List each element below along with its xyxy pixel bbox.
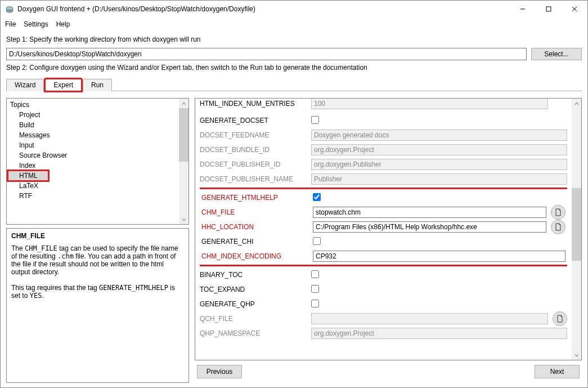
file-icon [555, 223, 562, 231]
tab-run[interactable]: Run [83, 79, 112, 91]
options-panel: HTML_INDEX_NUM_ENTRIES GENERATE_DOCSET D… [195, 98, 582, 360]
field-chm-index-encoding[interactable] [313, 251, 565, 262]
app-icon [5, 5, 14, 14]
step1-row: Select... [6, 48, 582, 60]
topic-build[interactable]: Build [8, 120, 178, 130]
row-docset-publisher-id: DOCSET_PUBLISHER_ID [200, 157, 567, 172]
file-icon [555, 208, 562, 216]
help-paragraph-1: The CHM_FILE tag can be used to specify … [11, 244, 184, 276]
checkbox-generate-chi[interactable] [313, 237, 321, 245]
highlighted-group: GENERATE_HTMLHELP CHM_FILE [200, 188, 567, 266]
checkbox-binary-toc[interactable] [311, 270, 319, 278]
checkbox-generate-qhp[interactable] [311, 300, 319, 307]
client-area: Step 1: Specify the working directory fr… [1, 31, 587, 387]
tab-strip: Wizard Expert Run [6, 78, 582, 91]
help-paragraph-2: This tag requires that the tag GENERATE_… [11, 284, 184, 300]
scroll-thumb[interactable] [179, 108, 188, 162]
field-qhp-namespace[interactable] [311, 328, 567, 339]
help-title: CHM_FILE [11, 232, 184, 240]
minimize-button[interactable] [510, 1, 536, 17]
topic-input[interactable]: Input [8, 140, 178, 150]
menu-help[interactable]: Help [56, 20, 70, 28]
checkbox-generate-htmlhelp[interactable] [313, 193, 321, 201]
step2-label: Step 2: Configure doxygen using the Wiza… [6, 64, 582, 72]
row-hhc-location: HHC_LOCATION [201, 220, 565, 234]
expert-tab-body: Topics Project Build Messages Input Sour… [6, 95, 582, 383]
row-docset-publisher-name: DOCSET_PUBLISHER_NAME [200, 172, 567, 186]
right-column: HTML_INDEX_NUM_ENTRIES GENERATE_DOCSET D… [195, 98, 582, 383]
tab-expert[interactable]: Expert [45, 79, 82, 91]
row-qhp-namespace: QHP_NAMESPACE [200, 326, 567, 341]
menu-settings[interactable]: Settings [24, 20, 48, 28]
close-button[interactable] [562, 1, 587, 17]
field-docset-publisher-id[interactable] [311, 159, 567, 170]
topic-messages[interactable]: Messages [8, 130, 178, 140]
help-panel: CHM_FILE The CHM_FILE tag can be used to… [6, 228, 189, 383]
topics-header: Topics [8, 100, 178, 110]
row-chm-index-encoding: CHM_INDEX_ENCODING [201, 249, 565, 264]
left-column: Topics Project Build Messages Input Sour… [6, 98, 189, 383]
step1-label: Step 1: Specify the working directory fr… [6, 35, 582, 43]
browse-chm-file-button[interactable] [551, 205, 565, 220]
field-chm-file[interactable] [313, 207, 546, 218]
field-docset-publisher-name[interactable] [311, 173, 567, 185]
options-scrollbar[interactable] [572, 99, 581, 360]
browse-hhc-button[interactable] [551, 220, 565, 234]
topic-index[interactable]: Index [8, 160, 178, 171]
row-docset-bundle-id: DOCSET_BUNDLE_ID [200, 142, 567, 157]
row-generate-docset: GENERATE_DOCSET [200, 113, 567, 128]
nav-row: Previous Next [195, 360, 582, 383]
checkbox-toc-expand[interactable] [311, 285, 319, 293]
file-icon [556, 315, 563, 323]
scroll-up-icon[interactable] [572, 99, 581, 108]
checkbox-generate-docset[interactable] [311, 116, 319, 124]
scroll-down-icon[interactable] [179, 215, 188, 224]
window-title: Doxygen GUI frontend + (D:/Users/kinos/D… [17, 5, 510, 13]
topic-rtf[interactable]: RTF [8, 191, 178, 201]
working-dir-input[interactable] [6, 48, 527, 60]
field-docset-feedname[interactable] [311, 130, 567, 141]
tab-wizard[interactable]: Wizard [6, 79, 44, 91]
row-generate-htmlhelp: GENERATE_HTMLHELP [201, 190, 565, 205]
scroll-thumb[interactable] [572, 188, 581, 261]
next-button[interactable]: Next [535, 365, 580, 378]
topic-project[interactable]: Project [8, 110, 178, 120]
field-qch-file[interactable] [311, 313, 548, 324]
field-docset-bundle-id[interactable] [311, 144, 567, 155]
svg-point-1 [6, 7, 13, 10]
row-generate-chi: GENERATE_CHI [201, 234, 565, 249]
row-toc-expand: TOC_EXPAND [200, 282, 567, 297]
maximize-button[interactable] [536, 1, 562, 17]
row-qch-file: QCH_FILE [200, 311, 567, 326]
select-dir-button[interactable]: Select... [531, 48, 582, 60]
row-generate-qhp: GENERATE_QHP [200, 297, 567, 311]
previous-button[interactable]: Previous [197, 365, 242, 378]
browse-qch-file-button[interactable] [553, 311, 567, 326]
scroll-down-icon[interactable] [572, 350, 581, 360]
menu-file[interactable]: File [5, 20, 16, 28]
titlebar: Doxygen GUI frontend + (D:/Users/kinos/D… [1, 1, 587, 17]
row-docset-feedname: DOCSET_FEEDNAME [200, 128, 567, 142]
row-chm-file: CHM_FILE [201, 205, 565, 220]
app-window: Doxygen GUI frontend + (D:/Users/kinos/D… [0, 0, 588, 388]
row-html-index-num: HTML_INDEX_NUM_ENTRIES [200, 99, 567, 111]
topic-html[interactable]: HTML [8, 171, 48, 181]
topic-latex[interactable]: LaTeX [8, 181, 178, 191]
menubar: File Settings Help [1, 17, 587, 31]
topics-list: Topics Project Build Messages Input Sour… [6, 98, 189, 225]
row-binary-toc: BINARY_TOC [200, 267, 567, 282]
field-html-index-num[interactable] [311, 99, 548, 109]
topic-source-browser[interactable]: Source Browser [8, 150, 178, 160]
svg-rect-3 [546, 7, 551, 11]
topics-scrollbar[interactable] [179, 99, 188, 224]
field-hhc-location[interactable] [313, 221, 546, 233]
scroll-up-icon[interactable] [179, 99, 188, 108]
